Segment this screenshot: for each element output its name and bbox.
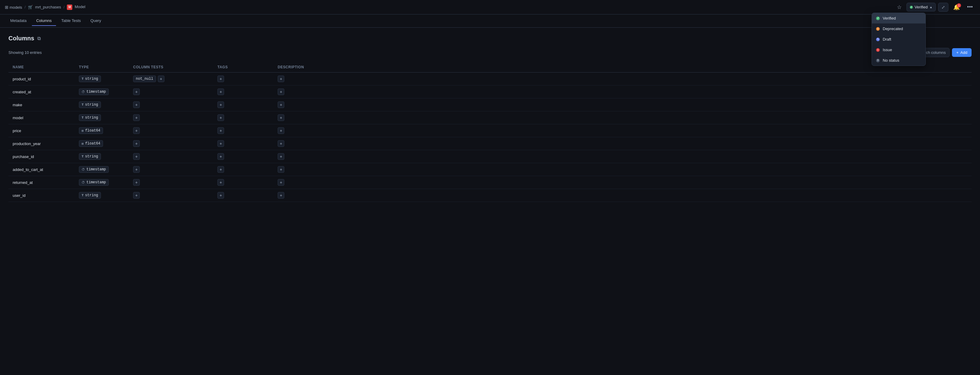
nav-right-actions: ☆ Verified ▲ Verified Deprecated Draft: [894, 3, 975, 12]
add-description-button[interactable]: +: [278, 192, 284, 199]
cell-column-tests: not_null+: [129, 73, 213, 85]
add-description-button[interactable]: +: [278, 153, 284, 160]
tab-metadata[interactable]: Metadata: [6, 16, 31, 26]
add-description-button[interactable]: +: [278, 89, 284, 95]
add-tag-button[interactable]: +: [218, 76, 224, 82]
test-badge: not_null: [133, 76, 156, 82]
cell-column-tests: +: [129, 150, 213, 163]
table-row: modelTstring+++: [8, 111, 972, 124]
add-tag-button[interactable]: +: [218, 140, 224, 147]
section-header: Columns ⧉: [8, 35, 972, 42]
chevron-up-icon: ▲: [929, 5, 932, 9]
main-content: Columns ⧉ Showing 10 entries 🔍 Search co…: [0, 28, 980, 209]
breadcrumb-sep-2: /: [64, 5, 65, 10]
table-row: product_idTstringnot_null+++: [8, 73, 972, 86]
add-description-button[interactable]: +: [278, 179, 284, 186]
cell-type: Tstring: [75, 150, 129, 163]
cell-name: product_id: [8, 73, 75, 86]
model-icon: M: [67, 5, 72, 10]
type-badge: Tstring: [79, 102, 101, 108]
add-test-button[interactable]: +: [133, 102, 140, 108]
add-tag-button[interactable]: +: [218, 102, 224, 108]
status-option-no-status[interactable]: No status: [872, 55, 926, 66]
type-icon-timestamp: ⏱: [82, 181, 85, 184]
cell-description: +: [274, 176, 972, 189]
mrt-purchases-icon: 🛒: [28, 5, 33, 10]
add-tag-button[interactable]: +: [218, 114, 224, 121]
table-row: makeTstring+++: [8, 99, 972, 111]
expand-button[interactable]: ⤢: [938, 3, 948, 12]
tab-columns[interactable]: Columns: [32, 16, 56, 26]
cell-description: +: [274, 73, 972, 86]
type-badge: Tstring: [79, 153, 101, 160]
breadcrumb-model[interactable]: M Model: [67, 5, 85, 10]
type-badge: Tstring: [79, 114, 101, 121]
cell-tags: +: [213, 163, 274, 176]
cell-column-tests: +: [129, 111, 213, 124]
add-button[interactable]: + Add: [952, 48, 972, 57]
add-tag-button[interactable]: +: [218, 166, 224, 173]
status-label: Verified: [915, 5, 928, 10]
verified-label: Verified: [883, 16, 896, 21]
add-test-button[interactable]: +: [133, 127, 140, 134]
status-option-issue[interactable]: Issue: [872, 44, 926, 55]
add-test-button[interactable]: +: [133, 153, 140, 160]
cell-type: Tstring: [75, 73, 129, 86]
no-status-dot-icon: [876, 59, 880, 62]
add-test-button[interactable]: +: [133, 166, 140, 173]
deprecated-dot-icon: [876, 27, 880, 31]
plus-icon: +: [956, 50, 959, 55]
add-description-button[interactable]: +: [278, 166, 284, 173]
models-icon: ⊞: [5, 5, 8, 10]
add-tag-button[interactable]: +: [218, 127, 224, 134]
type-badge: ⏱timestamp: [79, 166, 109, 173]
breadcrumb-mrt-purchases[interactable]: 🛒 mrt_purchases: [28, 5, 61, 10]
add-description-button[interactable]: +: [278, 102, 284, 108]
cell-tags: +: [213, 111, 274, 124]
cell-column-tests: +: [129, 189, 213, 202]
add-test-button[interactable]: +: [133, 89, 140, 95]
add-test-button[interactable]: +: [133, 114, 140, 121]
cell-column-tests: +: [129, 176, 213, 189]
cell-tags: +: [213, 176, 274, 189]
col-header-tags: Tags: [213, 62, 274, 73]
add-tag-button[interactable]: +: [218, 153, 224, 160]
type-badge: ⊞float64: [79, 127, 103, 134]
cell-description: +: [274, 86, 972, 99]
issue-label: Issue: [883, 48, 892, 52]
cell-column-tests: +: [129, 99, 213, 111]
copy-icon[interactable]: ⧉: [37, 36, 41, 41]
add-tag-button[interactable]: +: [218, 89, 224, 95]
add-description-button[interactable]: +: [278, 127, 284, 134]
cell-description: +: [274, 99, 972, 111]
breadcrumb-models[interactable]: ⊞ models: [5, 5, 22, 10]
type-icon-float: ⊞: [82, 129, 84, 133]
table-header-row: Name Type Column Tests Tags Description: [8, 62, 972, 73]
add-test-button[interactable]: +: [133, 192, 140, 199]
type-icon-float: ⊞: [82, 142, 84, 146]
cell-type: Tstring: [75, 189, 129, 202]
more-button[interactable]: •••: [965, 3, 975, 11]
tab-query[interactable]: Query: [86, 16, 105, 26]
notification-button[interactable]: 🔔 1: [951, 3, 962, 12]
add-test-button[interactable]: +: [133, 179, 140, 186]
add-description-button[interactable]: +: [278, 140, 284, 147]
add-test-button[interactable]: +: [133, 140, 140, 147]
star-button[interactable]: ☆: [894, 3, 904, 12]
cell-name: returned_at: [8, 176, 75, 189]
add-tag-button[interactable]: +: [218, 192, 224, 199]
tab-bar: Metadata Columns Table Tests Query: [0, 14, 980, 28]
add-tag-button[interactable]: +: [218, 179, 224, 186]
status-option-draft[interactable]: Draft: [872, 34, 926, 44]
add-test-button[interactable]: +: [158, 76, 164, 82]
add-description-button[interactable]: +: [278, 114, 284, 121]
cell-tags: +: [213, 137, 274, 150]
status-option-deprecated[interactable]: Deprecated: [872, 24, 926, 34]
showing-entries-label: Showing 10 entries: [8, 50, 42, 55]
tab-table-tests[interactable]: Table Tests: [57, 16, 85, 26]
status-option-verified[interactable]: Verified: [872, 13, 926, 24]
status-dropdown-button[interactable]: Verified ▲: [907, 3, 936, 11]
section-title: Columns: [8, 35, 34, 42]
add-description-button[interactable]: +: [278, 76, 284, 82]
table-row: created_at⏱timestamp+++: [8, 86, 972, 99]
